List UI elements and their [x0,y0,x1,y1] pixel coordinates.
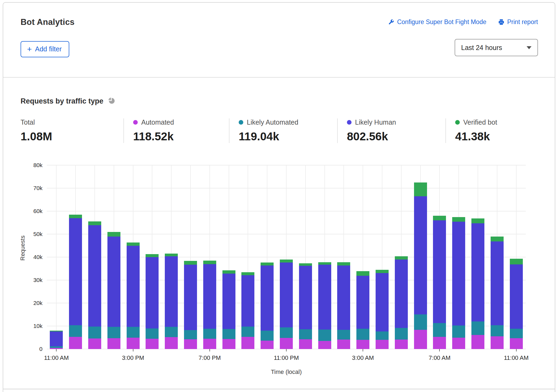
bar-segment-likely-human [395,260,408,328]
stat-automated-label: Automated [141,118,174,126]
bar-segment-automated [222,339,235,349]
stacked-bar-5:00 AM [395,256,408,349]
add-filter-label: Add filter [35,45,62,53]
bar-segment-likely-automated [241,327,254,337]
section-title-row: Requests by traffic type [21,97,537,105]
bar-segment-likely-human [376,273,389,332]
bar-segment-verified-bot [261,263,274,266]
stacked-bar-7:00 AM [433,216,446,349]
bar-segment-automated [376,340,389,349]
bar-segment-verified-bot [165,254,178,256]
bot-analytics-card: Bot Analytics Configure Super Bot Fight … [3,2,555,392]
likely-human-legend-dot [347,120,352,125]
x-tick [209,349,210,351]
bar-segment-automated [491,336,504,349]
bar-segment-verified-bot [69,215,82,218]
bar-segment-verified-bot [222,270,235,274]
y-tick-label: 40k [33,254,42,260]
stats-row: Total 1.08M Automated 118.52k Likely Aut… [21,118,537,143]
bar-segment-likely-automated [184,330,197,339]
bar-segment-likely-human [491,241,504,325]
bar-segment-likely-human [222,274,235,329]
bar-segment-verified-bot [491,237,504,241]
x-tick-label: 11:00 AM [44,354,69,361]
bar-segment-likely-human [337,265,350,330]
stat-likely-automated-label: Likely Automated [247,118,298,126]
configure-super-bot-fight-mode-link[interactable]: Configure Super Bot Fight Mode [388,18,486,26]
bar-segment-verified-bot [337,262,350,265]
bar-segment-likely-human [471,223,484,321]
stat-automated-value: 118.52k [133,130,224,143]
bar-segment-verified-bot [88,221,101,225]
bar-segment-likely-automated [491,325,504,337]
stacked-bar-3:00 PM [127,242,140,349]
bar-segment-likely-human [452,222,465,325]
wrench-icon [388,19,394,25]
bar-segment-likely-human [510,264,523,329]
bar-segment-verified-bot [414,182,427,196]
bar-segment-automated [395,340,408,349]
bar-segment-likely-human [318,265,331,330]
requests-chart: Requests 010k20k30k40k50k60k70k80k11:00 … [21,165,537,371]
bar-segment-likely-automated [395,328,408,340]
bar-segment-likely-automated [222,329,235,339]
bar-segment-likely-human [165,256,178,327]
bar-segment-automated [184,339,197,349]
stacked-bar-9:00 PM [241,272,254,349]
time-range-select[interactable]: Last 24 hours [455,39,538,56]
y-tick-label: 20k [33,300,42,306]
bar-segment-automated [299,339,312,349]
bar-segment-likely-automated [376,331,389,340]
bar-segment-likely-automated [280,327,293,338]
x-tick-label: 3:00 PM [122,354,144,361]
x-tick-label: 3:00 AM [352,354,374,361]
bar-segment-verified-bot [318,262,331,265]
bar-segment-likely-automated [414,314,427,330]
bar-segment-likely-human [261,265,274,331]
filter-row: + Add filter Last 24 hours [21,41,537,57]
stacked-bar-1:00 AM [318,262,331,349]
bar-segment-likely-automated [318,330,331,341]
plus-icon: + [27,46,32,52]
stat-total-label: Total [21,118,35,126]
stacked-bar-3:00 AM [356,271,369,349]
bar-segment-verified-bot [241,272,254,275]
time-range-value: Last 24 hours [461,44,502,52]
bar-segment-automated [318,341,331,349]
printer-icon [498,19,504,25]
x-tick-label: 7:00 AM [429,354,451,361]
bar-segment-likely-human [356,276,369,329]
stacked-bar-11:00 AM [50,331,63,349]
add-filter-button[interactable]: + Add filter [21,41,69,57]
bar-segment-likely-human [88,225,101,327]
y-tick-label: 60k [33,208,42,214]
verified-bot-legend-dot [455,120,460,125]
bar-segment-verified-bot [356,271,369,276]
bar-segment-likely-human [184,265,197,330]
print-report-link[interactable]: Print report [498,18,538,26]
stat-verified-bot: Verified bot 41.38k [445,118,537,143]
configure-link-label: Configure Super Bot Fight Mode [397,18,486,26]
card-header: Bot Analytics Configure Super Bot Fight … [3,3,555,77]
bar-segment-likely-human [280,263,293,327]
x-tick [439,349,440,351]
bar-segment-automated [146,339,159,349]
y-tick-label: 10k [33,323,42,329]
stacked-bar-4:00 PM [146,254,159,349]
bar-segment-automated [280,338,293,349]
bar-segment-automated [241,337,254,349]
stacked-bar-2:00 AM [337,262,350,349]
bar-segment-likely-human [146,257,159,328]
pie-chart-icon [108,97,115,105]
x-tick [286,349,287,351]
bar-segment-likely-automated [299,329,312,339]
stacked-bar-11:00 PM [280,260,293,349]
bar-segment-verified-bot [376,270,389,273]
bar-segment-automated [69,337,82,349]
stacked-bar-12:00 PM [69,215,82,349]
stat-verified-bot-value: 41.38k [455,130,532,143]
bar-segment-likely-human [414,196,427,314]
bar-segment-verified-bot [107,232,120,236]
stacked-bar-5:00 PM [165,254,178,349]
bar-segment-verified-bot [299,263,312,266]
